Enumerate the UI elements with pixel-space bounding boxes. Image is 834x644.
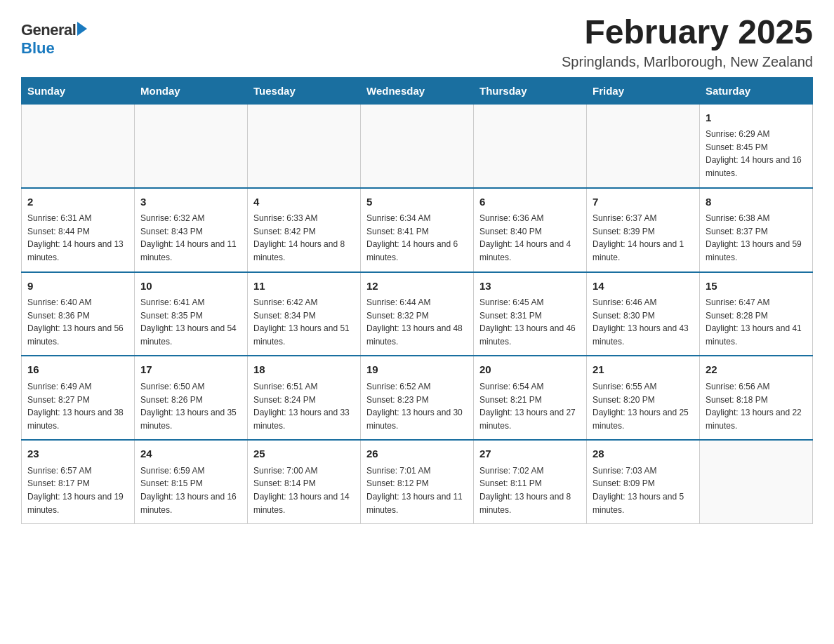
logo-blue-text: Blue xyxy=(21,39,55,58)
day-number: 1 xyxy=(706,110,807,126)
day-number: 11 xyxy=(253,279,355,295)
day-number: 22 xyxy=(706,362,807,378)
day-number: 20 xyxy=(479,362,581,378)
title-block: February 2025 Springlands, Marlborough, … xyxy=(562,14,813,70)
day-number: 18 xyxy=(253,362,355,378)
day-number: 5 xyxy=(366,194,468,210)
page-header: General Blue February 2025 Springlands, … xyxy=(21,14,813,70)
calendar-cell: 20Sunrise: 6:54 AMSunset: 8:21 PMDayligh… xyxy=(474,356,587,440)
day-info: Sunrise: 6:38 AMSunset: 8:37 PMDaylight:… xyxy=(706,212,807,264)
day-number: 19 xyxy=(366,362,468,378)
calendar-week-row: 16Sunrise: 6:49 AMSunset: 8:27 PMDayligh… xyxy=(22,356,813,440)
day-info: Sunrise: 7:00 AMSunset: 8:14 PMDaylight:… xyxy=(253,464,355,516)
day-info: Sunrise: 6:32 AMSunset: 8:43 PMDaylight:… xyxy=(140,212,241,264)
calendar-cell: 19Sunrise: 6:52 AMSunset: 8:23 PMDayligh… xyxy=(361,356,474,440)
calendar-cell: 18Sunrise: 6:51 AMSunset: 8:24 PMDayligh… xyxy=(248,356,361,440)
day-info: Sunrise: 6:34 AMSunset: 8:41 PMDaylight:… xyxy=(366,212,468,264)
calendar-header-wednesday: Wednesday xyxy=(361,77,474,104)
location-title: Springlands, Marlborough, New Zealand xyxy=(562,54,813,70)
day-number: 21 xyxy=(593,362,694,378)
calendar-cell: 8Sunrise: 6:38 AMSunset: 8:37 PMDaylight… xyxy=(700,188,813,272)
day-info: Sunrise: 6:44 AMSunset: 8:32 PMDaylight:… xyxy=(366,296,468,348)
day-number: 16 xyxy=(27,362,128,378)
day-number: 8 xyxy=(706,194,807,210)
calendar-cell: 23Sunrise: 6:57 AMSunset: 8:17 PMDayligh… xyxy=(22,440,135,523)
day-number: 17 xyxy=(140,362,241,378)
day-info: Sunrise: 6:47 AMSunset: 8:28 PMDaylight:… xyxy=(706,296,807,348)
day-info: Sunrise: 7:02 AMSunset: 8:11 PMDaylight:… xyxy=(479,464,581,516)
day-number: 23 xyxy=(27,446,128,462)
day-number: 27 xyxy=(479,446,581,462)
calendar-cell: 12Sunrise: 6:44 AMSunset: 8:32 PMDayligh… xyxy=(361,272,474,356)
logo: General Blue xyxy=(21,14,87,58)
day-number: 9 xyxy=(27,279,128,295)
calendar-cell: 6Sunrise: 6:36 AMSunset: 8:40 PMDaylight… xyxy=(474,188,587,272)
calendar-cell: 28Sunrise: 7:03 AMSunset: 8:09 PMDayligh… xyxy=(587,440,700,523)
calendar-header-monday: Monday xyxy=(135,77,248,104)
month-title: February 2025 xyxy=(562,14,813,51)
calendar-cell xyxy=(361,104,474,187)
calendar-cell xyxy=(700,440,813,523)
day-info: Sunrise: 7:03 AMSunset: 8:09 PMDaylight:… xyxy=(593,464,694,516)
day-info: Sunrise: 6:55 AMSunset: 8:20 PMDaylight:… xyxy=(593,380,694,432)
calendar-cell: 9Sunrise: 6:40 AMSunset: 8:36 PMDaylight… xyxy=(22,272,135,356)
day-info: Sunrise: 6:49 AMSunset: 8:27 PMDaylight:… xyxy=(27,380,128,432)
day-number: 6 xyxy=(479,194,581,210)
calendar-cell: 24Sunrise: 6:59 AMSunset: 8:15 PMDayligh… xyxy=(135,440,248,523)
day-info: Sunrise: 6:56 AMSunset: 8:18 PMDaylight:… xyxy=(706,380,807,432)
day-number: 13 xyxy=(479,279,581,295)
logo-general-text: General xyxy=(21,21,76,39)
day-info: Sunrise: 6:45 AMSunset: 8:31 PMDaylight:… xyxy=(479,296,581,348)
calendar-header-row: SundayMondayTuesdayWednesdayThursdayFrid… xyxy=(22,77,813,104)
day-info: Sunrise: 6:46 AMSunset: 8:30 PMDaylight:… xyxy=(593,296,694,348)
calendar-cell: 25Sunrise: 7:00 AMSunset: 8:14 PMDayligh… xyxy=(248,440,361,523)
calendar-week-row: 2Sunrise: 6:31 AMSunset: 8:44 PMDaylight… xyxy=(22,188,813,272)
calendar-cell: 22Sunrise: 6:56 AMSunset: 8:18 PMDayligh… xyxy=(700,356,813,440)
day-info: Sunrise: 6:51 AMSunset: 8:24 PMDaylight:… xyxy=(253,380,355,432)
calendar-header-saturday: Saturday xyxy=(700,77,813,104)
calendar-cell: 16Sunrise: 6:49 AMSunset: 8:27 PMDayligh… xyxy=(22,356,135,440)
day-info: Sunrise: 6:52 AMSunset: 8:23 PMDaylight:… xyxy=(366,380,468,432)
day-number: 14 xyxy=(593,279,694,295)
day-info: Sunrise: 6:40 AMSunset: 8:36 PMDaylight:… xyxy=(27,296,128,348)
calendar-cell: 15Sunrise: 6:47 AMSunset: 8:28 PMDayligh… xyxy=(700,272,813,356)
day-info: Sunrise: 6:54 AMSunset: 8:21 PMDaylight:… xyxy=(479,380,581,432)
calendar-cell: 5Sunrise: 6:34 AMSunset: 8:41 PMDaylight… xyxy=(361,188,474,272)
calendar-cell: 17Sunrise: 6:50 AMSunset: 8:26 PMDayligh… xyxy=(135,356,248,440)
calendar-cell: 13Sunrise: 6:45 AMSunset: 8:31 PMDayligh… xyxy=(474,272,587,356)
day-info: Sunrise: 6:29 AMSunset: 8:45 PMDaylight:… xyxy=(706,128,807,180)
day-info: Sunrise: 6:33 AMSunset: 8:42 PMDaylight:… xyxy=(253,212,355,264)
day-info: Sunrise: 6:41 AMSunset: 8:35 PMDaylight:… xyxy=(140,296,241,348)
calendar-header-thursday: Thursday xyxy=(474,77,587,104)
day-number: 7 xyxy=(593,194,694,210)
calendar-cell: 7Sunrise: 6:37 AMSunset: 8:39 PMDaylight… xyxy=(587,188,700,272)
day-info: Sunrise: 6:31 AMSunset: 8:44 PMDaylight:… xyxy=(27,212,128,264)
calendar-week-row: 9Sunrise: 6:40 AMSunset: 8:36 PMDaylight… xyxy=(22,272,813,356)
day-info: Sunrise: 6:50 AMSunset: 8:26 PMDaylight:… xyxy=(140,380,241,432)
day-number: 4 xyxy=(253,194,355,210)
calendar-cell xyxy=(135,104,248,187)
calendar-week-row: 1Sunrise: 6:29 AMSunset: 8:45 PMDaylight… xyxy=(22,104,813,187)
calendar-cell: 21Sunrise: 6:55 AMSunset: 8:20 PMDayligh… xyxy=(587,356,700,440)
day-number: 15 xyxy=(706,279,807,295)
calendar-cell xyxy=(22,104,135,187)
calendar-cell: 10Sunrise: 6:41 AMSunset: 8:35 PMDayligh… xyxy=(135,272,248,356)
calendar-table: SundayMondayTuesdayWednesdayThursdayFrid… xyxy=(21,77,813,524)
day-number: 12 xyxy=(366,279,468,295)
day-number: 24 xyxy=(140,446,241,462)
day-info: Sunrise: 6:36 AMSunset: 8:40 PMDaylight:… xyxy=(479,212,581,264)
day-info: Sunrise: 6:59 AMSunset: 8:15 PMDaylight:… xyxy=(140,464,241,516)
calendar-header-tuesday: Tuesday xyxy=(248,77,361,104)
calendar-header-friday: Friday xyxy=(587,77,700,104)
calendar-cell: 1Sunrise: 6:29 AMSunset: 8:45 PMDaylight… xyxy=(700,104,813,187)
day-info: Sunrise: 6:57 AMSunset: 8:17 PMDaylight:… xyxy=(27,464,128,516)
day-info: Sunrise: 7:01 AMSunset: 8:12 PMDaylight:… xyxy=(366,464,468,516)
logo-arrow-icon xyxy=(77,22,87,36)
calendar-week-row: 23Sunrise: 6:57 AMSunset: 8:17 PMDayligh… xyxy=(22,440,813,523)
calendar-cell xyxy=(248,104,361,187)
day-info: Sunrise: 6:42 AMSunset: 8:34 PMDaylight:… xyxy=(253,296,355,348)
calendar-cell: 3Sunrise: 6:32 AMSunset: 8:43 PMDaylight… xyxy=(135,188,248,272)
calendar-cell: 26Sunrise: 7:01 AMSunset: 8:12 PMDayligh… xyxy=(361,440,474,523)
calendar-cell: 11Sunrise: 6:42 AMSunset: 8:34 PMDayligh… xyxy=(248,272,361,356)
calendar-cell xyxy=(587,104,700,187)
